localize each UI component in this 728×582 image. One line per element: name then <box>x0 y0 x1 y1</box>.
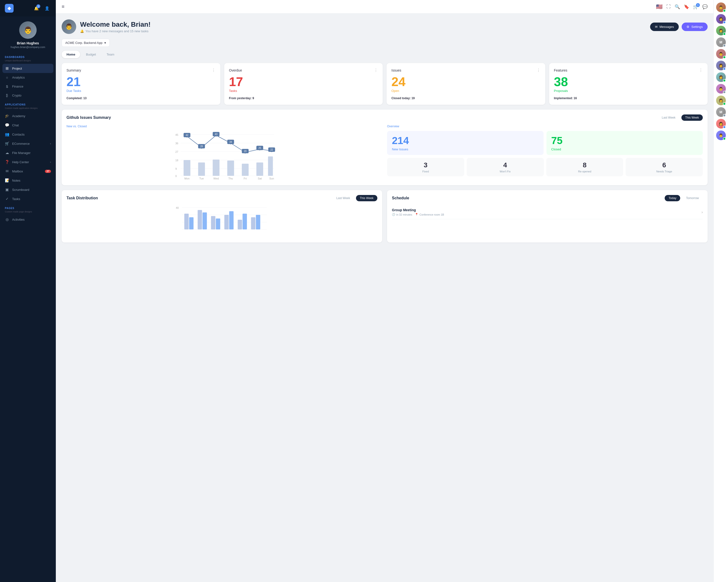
sidebar-item-ecommerce[interactable]: 🛒 ECommerce › <box>0 139 56 148</box>
right-panel-avatar-0[interactable]: 👨 <box>716 2 726 12</box>
sidebar-item-label: Contacts <box>12 133 25 136</box>
chevron-right-icon: › <box>50 161 51 163</box>
messages-topbar-button[interactable]: 💬 <box>702 4 708 9</box>
cart-button[interactable]: 🛒 5 <box>693 4 698 9</box>
sidebar-item-activities[interactable]: ◎ Activities <box>0 215 56 224</box>
pages-section-sublabel: Custom made page designs <box>0 211 56 215</box>
sidebar-item-label: Tasks <box>12 197 20 201</box>
right-panel-avatar-11[interactable]: 👨 <box>716 131 726 140</box>
sidebar-item-label: Chat <box>12 123 19 127</box>
right-panel-avatar-2[interactable]: 👩 <box>716 26 726 35</box>
card-menu-icon[interactable]: ⋮ <box>537 68 540 73</box>
messages-button[interactable]: ✉ Messages <box>650 23 679 31</box>
card-menu-icon[interactable]: ⋮ <box>699 68 703 73</box>
sidebar-item-crypto[interactable]: ₿ Crypto <box>0 91 56 100</box>
last-week-button[interactable]: Last Week <box>658 114 679 121</box>
search-button[interactable]: 🔍 <box>675 4 680 9</box>
notifications-button[interactable]: 🔔 3 <box>32 4 40 12</box>
schedule-item: Group Meeting 🕐 in 32 minutes 📍 Conferen… <box>392 205 703 219</box>
right-panel-avatar-3[interactable]: M <box>716 37 726 47</box>
sidebar-item-file-manager[interactable]: ☁ File Manager <box>0 148 56 157</box>
mailbox-badge: 27 <box>45 170 51 173</box>
mailbox-icon: ✉ <box>5 169 9 173</box>
closed-issues-box: 75 Closed <box>546 131 703 155</box>
sidebar-item-chat[interactable]: 💬 Chat <box>0 120 56 130</box>
user-status-button[interactable]: 👤 <box>43 4 51 12</box>
right-panel-avatar-7[interactable]: 👨 <box>716 84 726 93</box>
wont-fix-stat-box: 4 Won't Fix <box>467 158 544 176</box>
sidebar-item-analytics[interactable]: ○ Analytics <box>0 73 56 82</box>
task-dist-title: Task Distribution <box>67 196 98 200</box>
avatar-image: 👩 <box>719 122 723 126</box>
today-button[interactable]: Today <box>665 195 680 201</box>
avatar-image: 👨 <box>719 52 723 56</box>
tab-team[interactable]: Team <box>102 51 119 58</box>
sidebar: ◆ 🔔 3 👤 👨 Brian Hughes hughes.brian@comp… <box>0 0 56 582</box>
card-header: Issues ⋮ <box>391 68 540 73</box>
right-panel-avatar-4[interactable]: 👨 <box>716 49 726 59</box>
right-panel-avatar-6[interactable]: 👩 <box>716 72 726 82</box>
tab-home[interactable]: Home <box>62 51 80 58</box>
schedule-item-left: Group Meeting 🕐 in 32 minutes 📍 Conferen… <box>392 208 444 216</box>
card-menu-icon[interactable]: ⋮ <box>212 68 215 73</box>
task-dist-header: Task Distribution Last Week This Week <box>67 195 378 201</box>
sidebar-header: ◆ 🔔 3 👤 <box>0 0 56 17</box>
task-dist-last-week-button[interactable]: Last Week <box>333 195 354 201</box>
cart-badge: 5 <box>696 3 700 7</box>
card-footer: From yesterday: 9 <box>229 96 378 100</box>
envelope-icon: ✉ <box>655 25 658 29</box>
sidebar-item-project[interactable]: ⊞ Project <box>2 64 53 73</box>
sidebar-item-notes[interactable]: 📝 Notes <box>0 176 56 185</box>
help-icon: ❓ <box>5 160 9 164</box>
task-dist-this-week-button[interactable]: This Week <box>356 195 378 201</box>
app-logo[interactable]: ◆ <box>5 4 14 12</box>
card-footer: Closed today: 19 <box>391 96 540 100</box>
right-panel-avatar-10[interactable]: 👩 <box>716 119 726 129</box>
summary-card-2: Issues ⋮ 24 Open Closed today: 19 <box>387 63 545 105</box>
sidebar-item-contacts[interactable]: 👥 Contacts <box>0 130 56 139</box>
svg-text:25: 25 <box>258 147 261 149</box>
user-email: hughes.brian@company.com <box>11 46 45 49</box>
sidebar-item-tasks[interactable]: ✓ Tasks <box>0 194 56 203</box>
card-header: Overdue ⋮ <box>229 68 378 73</box>
menu-toggle-button[interactable]: ≡ <box>62 4 64 9</box>
card-menu-icon[interactable]: ⋮ <box>374 68 378 73</box>
pages-section-label: PAGES <box>0 203 56 211</box>
online-badge <box>723 137 726 140</box>
sidebar-item-academy[interactable]: 🎓 Academy <box>0 111 56 120</box>
notes-icon: 📝 <box>5 178 9 183</box>
needs-triage-stat-number: 6 <box>628 161 700 169</box>
avatar-image: 👩 <box>719 17 723 21</box>
summary-card-1: Overdue ⋮ 17 Tasks From yesterday: 9 <box>224 63 383 105</box>
chevron-right-icon[interactable]: › <box>702 210 703 214</box>
sidebar-item-finance[interactable]: $ Finance <box>0 82 56 91</box>
sidebar-item-mailbox[interactable]: ✉ Mailbox 27 <box>0 167 56 176</box>
right-panel-avatar-8[interactable]: 👩 <box>716 95 726 105</box>
bookmark-button[interactable]: 🔖 <box>684 4 689 9</box>
academy-icon: 🎓 <box>5 114 9 118</box>
needs-triage-stat-label: Needs Triage <box>628 170 700 173</box>
this-week-button[interactable]: This Week <box>681 114 703 121</box>
right-panel-avatar-9[interactable]: M <box>716 107 726 117</box>
task-distribution-section: Task Distribution Last Week This Week 40 <box>62 190 382 243</box>
closed-issues-label: Closed <box>551 147 698 151</box>
svg-text:27: 27 <box>176 150 178 153</box>
language-selector[interactable]: 🇺🇸 <box>656 4 662 10</box>
project-selector[interactable]: ACME Corp. Backend App ▾ <box>62 39 110 47</box>
dashboards-section-label: DASHBOARDS <box>0 52 56 59</box>
tab-budget[interactable]: Budget <box>81 51 101 58</box>
tomorrow-button[interactable]: Tomorrow <box>682 195 703 201</box>
schedule-meta: 🕐 in 32 minutes 📍 Conference room 1B <box>392 213 444 216</box>
sidebar-item-label: Academy <box>12 114 25 118</box>
right-panel-avatar-1[interactable]: 👩 <box>716 14 726 24</box>
sidebar-item-label: File Manager <box>12 151 31 155</box>
right-panel-avatar-5[interactable]: 👩 <box>716 61 726 70</box>
welcome-subtext: 🔔 You have 2 new messages and 15 new tas… <box>80 29 151 33</box>
avatar-image: 👨 <box>719 87 723 91</box>
svg-rect-14 <box>213 160 219 176</box>
github-issues-section: Github Issues Summary Last Week This Wee… <box>62 110 708 185</box>
sidebar-item-help-center[interactable]: ❓ Help Center › <box>0 157 56 167</box>
fullscreen-button[interactable]: ⛶ <box>666 4 671 9</box>
settings-button[interactable]: ⚙ Settings <box>682 23 708 31</box>
sidebar-item-scrumboard[interactable]: ▣ Scrumboard <box>0 185 56 194</box>
